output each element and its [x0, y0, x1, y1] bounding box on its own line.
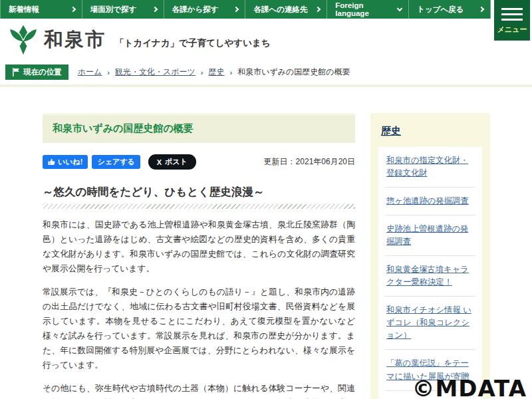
chevron-right-icon — [315, 7, 321, 12]
sidebar-link-ikegami-sone-excavation[interactable]: 史跡池上曽根遺跡の発掘調査 — [385, 215, 475, 256]
sidebar-link-list: 和泉市の指定文化財・登録文化財 惣ヶ池遺跡の発掘調査 史跡池上曽根遺跡の発掘調査… — [378, 147, 482, 399]
chevron-right-icon — [479, 7, 484, 12]
watermark: ©MDATA — [412, 375, 527, 399]
chevron-right-icon — [70, 7, 76, 12]
article-paragraph: その他にも、弥生時代や古墳時代の土器（本物）に触れる体験コーナーや、関連資料を集… — [43, 381, 355, 399]
main-column: 和泉市いずみの国歴史館の概要 いいね! シェアする X ポスト 更新日：2021… — [43, 113, 355, 399]
izumi-city-emblem-icon — [8, 24, 39, 56]
page-title: 和泉市いずみの国歴史館の概要 — [43, 113, 355, 143]
sidebar-link-designated-cultural-properties[interactable]: 和泉市の指定文化財・登録文化財 — [385, 147, 475, 188]
x-post-button[interactable]: X ポスト — [148, 154, 196, 170]
nav-item-label: 各課への連絡先 — [253, 5, 307, 15]
social-row: いいね! シェアする X ポスト 更新日：2021年06月20日 — [43, 154, 355, 170]
nav-item-by-scene[interactable]: 場面別で探す — [82, 0, 164, 19]
breadcrumb-separator: › — [201, 68, 203, 76]
city-name[interactable]: 和泉市 — [44, 27, 106, 53]
like-button-label: いいね! — [58, 157, 82, 167]
nav-item-by-department[interactable]: 各課から探す — [164, 0, 246, 19]
nav-item-contacts[interactable]: 各課への連絡先 — [245, 0, 327, 19]
content-area: 和泉市いずみの国歴史館の概要 いいね! シェアする X ポスト 更新日：2021… — [0, 87, 532, 399]
article-paragraph: 常設展示では、『和泉史－ひとのくらしのもの語り－』と題し、和泉市内の遺跡の出土品… — [43, 285, 355, 372]
hatch-divider — [43, 204, 355, 209]
nav-item-label: 各課から探す — [172, 5, 219, 15]
updated-date: 更新日：2021年06月20日 — [264, 156, 355, 168]
menu-button[interactable]: メニュー — [492, 0, 532, 43]
nav-item-label: トップへ戻る — [417, 5, 464, 15]
post-button-label: ポスト — [165, 157, 188, 167]
breadcrumb-separator: › — [230, 68, 233, 76]
sidebar-link-kogane-zuka-character[interactable]: 和泉黄金塚古墳キャラクター愛称決定！ — [385, 256, 475, 297]
nav-item-label: Foreign language — [335, 1, 398, 17]
chevron-right-icon — [152, 7, 157, 12]
city-tagline: 「トカイナカ」で子育てしやすいまち — [115, 37, 271, 49]
chevron-right-icon — [233, 7, 239, 12]
hamburger-icon — [501, 8, 523, 10]
breadcrumb: 現在の位置 ホーム › 観光・文化・スポーツ › 歴史 › 和泉市いずみの国歴史… — [0, 61, 532, 84]
current-location-label: 現在の位置 — [23, 67, 62, 77]
article-subtitle: ～悠久の時間をたどり、ひもとく歴史浪漫～ — [43, 185, 355, 200]
nav-item-back-to-top[interactable]: トップへ戻る — [409, 0, 491, 19]
menu-button-label: メニュー — [497, 25, 527, 35]
hamburger-icon — [501, 19, 523, 21]
share-button-label: シェアする — [97, 157, 134, 167]
chevron-down-icon — [397, 5, 402, 11]
article-paragraph: 和泉市には、国史跡である池上曽根遺跡や和泉黄金塚古墳、泉北丘陵窯跡群（陶邑）とい… — [43, 217, 355, 276]
sidebar-history: 歴史 和泉市の指定文化財・登録文化財 惣ヶ池遺跡の発掘調査 史跡池上曽根遺跡の発… — [370, 113, 490, 399]
sidebar-title-history[interactable]: 歴史 — [381, 125, 401, 138]
breadcrumb-link-tourism-culture-sports[interactable]: 観光・文化・スポーツ — [115, 66, 196, 78]
breadcrumb-separator: › — [107, 68, 110, 76]
sidebar-link-sogaike-excavation[interactable]: 惣ヶ池遺跡の発掘調査 — [385, 188, 475, 215]
nav-item-label: 場面別で探す — [90, 5, 137, 15]
nav-item-label: 新着情報 — [9, 5, 39, 15]
top-navigation: 新着情報 場面別で探す 各課から探す 各課への連絡先 Foreign langu… — [0, 0, 491, 19]
breadcrumb-link-home[interactable]: ホーム — [78, 66, 102, 78]
hamburger-icon — [501, 13, 523, 15]
breadcrumb-link-history[interactable]: 歴史 — [209, 66, 225, 78]
facebook-share-button[interactable]: シェアする — [92, 155, 140, 169]
current-location-badge: 現在の位置 — [5, 65, 68, 80]
thumbs-up-icon — [48, 158, 55, 166]
nav-item-foreign-language[interactable]: Foreign language — [327, 0, 409, 19]
x-logo-icon: X — [157, 158, 162, 166]
site-header: 和泉市 「トカイナカ」で子育てしやすいまち — [0, 19, 532, 61]
nav-item-whats-new[interactable]: 新着情報 — [0, 0, 82, 19]
flag-icon — [12, 68, 20, 76]
breadcrumb-current-page: 和泉市いずみの国歴史館の概要 — [237, 66, 350, 78]
page: 新着情報 場面別で探す 各課から探す 各課への連絡先 Foreign langu… — [0, 0, 532, 399]
facebook-like-button[interactable]: いいね! — [43, 155, 88, 169]
sidebar-link-izu-colle[interactable]: 和泉市イチオシ情報 いずコレ（和泉コレクション） — [385, 297, 475, 350]
